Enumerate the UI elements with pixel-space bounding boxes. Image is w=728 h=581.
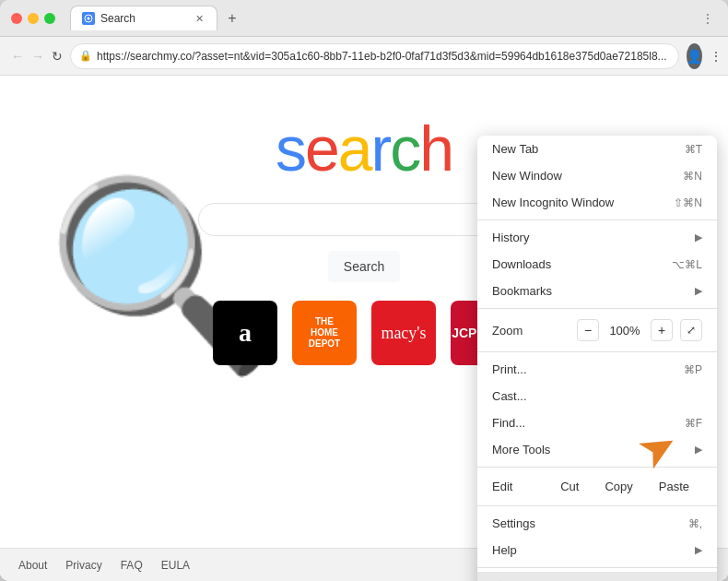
menu-label-incognito: New Incognito Window [492, 196, 674, 209]
profile-icon: 👤 [687, 49, 702, 64]
menu-item-settings[interactable]: Settings ⌘, [477, 510, 717, 537]
address-bar: ← → ↻ 🔒 https://searchmy.co/?asset=nt&vi… [0, 37, 728, 76]
homedepot-shortcut[interactable]: THEHOMEDEPOT [292, 301, 357, 365]
tab-bar: Search ✕ + [70, 6, 691, 30]
menu-label-bookmarks: Bookmarks [492, 284, 687, 298]
shortcut-print: ⌘P [684, 363, 702, 376]
menu-divider-6 [477, 567, 717, 568]
menu-label-new-window: New Window [492, 169, 683, 183]
menu-label-edit: Edit [492, 480, 547, 493]
zoom-expand-button[interactable]: ⤢ [680, 319, 702, 341]
menu-divider-2 [477, 308, 717, 309]
shortcuts-bar: a THEHOMEDEPOT macy's JCPenney [213, 301, 515, 365]
search-button[interactable]: Search [328, 251, 400, 282]
zoom-plus-button[interactable]: + [651, 319, 673, 341]
logo-letter-s: s [276, 113, 305, 184]
menu-divider-5 [477, 505, 717, 506]
menu-item-zoom: Zoom − 100% + ⤢ [477, 313, 717, 348]
logo-letter-r: r [371, 113, 391, 184]
arrow-history: ▶ [695, 231, 702, 243]
menu-label-new-tab: New Tab [492, 142, 685, 156]
window-controls: ⋮ [699, 9, 717, 28]
logo-letter-c: c [390, 113, 419, 184]
zoom-minus-button[interactable]: − [577, 319, 599, 341]
reload-icon: ↻ [52, 49, 63, 64]
menu-item-print[interactable]: Print... ⌘P [477, 356, 717, 383]
forward-button[interactable]: → [31, 43, 44, 69]
tab-close-button[interactable]: ✕ [193, 12, 205, 25]
shortcut-downloads: ⌥⌘L [672, 258, 702, 271]
menu-label-zoom: Zoom [492, 324, 523, 338]
maximize-button[interactable] [44, 13, 55, 24]
menu-item-bookmarks[interactable]: Bookmarks ▶ [477, 278, 717, 304]
tab-title: Search [100, 12, 135, 25]
lock-icon: 🔒 [79, 50, 92, 62]
window-menu-icon: ⋮ [699, 9, 717, 28]
menu-item-cast[interactable]: Cast... [477, 383, 717, 409]
shortcut-find: ⌘F [685, 417, 702, 430]
amazon-shortcut[interactable]: a [213, 301, 277, 365]
homedepot-logo: THEHOMEDEPOT [309, 316, 340, 350]
active-tab[interactable]: Search ✕ [70, 6, 217, 30]
shortcut-incognito: ⇧⌘N [674, 196, 702, 209]
menu-label-downloads: Downloads [492, 257, 672, 271]
forward-icon: → [31, 49, 44, 64]
menu-label-settings: Settings [492, 516, 688, 530]
browser-window: Search ✕ + ⋮ ← → ↻ 🔒 https://searchmy.co… [0, 0, 728, 581]
close-button[interactable] [11, 13, 22, 24]
cut-button[interactable]: Cut [547, 476, 592, 497]
search-input[interactable] [214, 211, 514, 228]
traffic-lights [11, 13, 55, 24]
copy-button[interactable]: Copy [592, 476, 645, 497]
menu-item-edit: Edit Cut Copy Paste [477, 471, 717, 502]
zoom-value: 100% [606, 324, 643, 338]
shortcut-new-tab: ⌘T [685, 143, 702, 156]
search-logo: search [276, 113, 452, 184]
page-content: 🔍 search Search a THEHOMEDEPOT [0, 76, 728, 581]
back-icon: ← [11, 49, 24, 64]
menu-item-managed[interactable]: 🏢 Managed by your organisation [477, 572, 717, 581]
back-button[interactable]: ← [11, 43, 24, 69]
menu-item-help[interactable]: Help ▶ [477, 537, 717, 563]
arrow-help: ▶ [695, 544, 702, 556]
menu-item-new-window[interactable]: New Window ⌘N [477, 162, 717, 189]
macys-shortcut[interactable]: macy's [371, 301, 436, 365]
logo-letter-a: a [338, 113, 371, 184]
macys-logo: macy's [381, 324, 426, 343]
shortcut-new-window: ⌘N [683, 170, 702, 183]
reload-button[interactable]: ↻ [52, 43, 63, 69]
zoom-controls: − 100% + ⤢ [577, 319, 702, 341]
eula-link[interactable]: EULA [161, 559, 190, 572]
menu-label-print: Print... [492, 362, 684, 376]
menu-label-help: Help [492, 543, 687, 557]
menu-divider-3 [477, 351, 717, 352]
menu-item-find[interactable]: Find... ⌘F [477, 409, 717, 436]
menu-divider-4 [477, 467, 717, 468]
address-text: https://searchmy.co/?asset=nt&vid=305a1c… [97, 50, 667, 63]
logo-letter-e: e [305, 113, 338, 184]
menu-label-history: History [492, 231, 687, 244]
svg-point-1 [88, 18, 90, 20]
menu-item-new-tab[interactable]: New Tab ⌘T [477, 136, 717, 162]
address-wrapper: 🔒 https://searchmy.co/?asset=nt&vid=305a… [70, 43, 679, 69]
about-link[interactable]: About [18, 559, 47, 572]
logo-letter-h: h [419, 113, 452, 184]
amazon-logo: a [239, 318, 252, 348]
privacy-link[interactable]: Privacy [65, 559, 101, 572]
minimize-button[interactable] [28, 13, 39, 24]
arrow-bookmarks: ▶ [695, 285, 702, 297]
address-field[interactable]: https://searchmy.co/?asset=nt&vid=305a1c… [70, 43, 679, 69]
shortcut-settings: ⌘, [688, 517, 702, 530]
tab-favicon [82, 12, 95, 25]
title-bar: Search ✕ + ⋮ [0, 0, 728, 37]
menu-item-history[interactable]: History ▶ [477, 224, 717, 251]
new-tab-button[interactable]: + [221, 7, 243, 30]
menu-item-incognito[interactable]: New Incognito Window ⇧⌘N [477, 189, 717, 216]
menu-label-cast: Cast... [492, 389, 702, 403]
menu-divider-1 [477, 219, 717, 220]
faq-link[interactable]: FAQ [121, 559, 143, 572]
profile-button[interactable]: 👤 [687, 43, 702, 69]
menu-item-downloads[interactable]: Downloads ⌥⌘L [477, 251, 717, 278]
browser-menu-button[interactable]: ⋮ [710, 43, 722, 69]
context-menu: New Tab ⌘T New Window ⌘N New Incognito W… [477, 136, 717, 581]
